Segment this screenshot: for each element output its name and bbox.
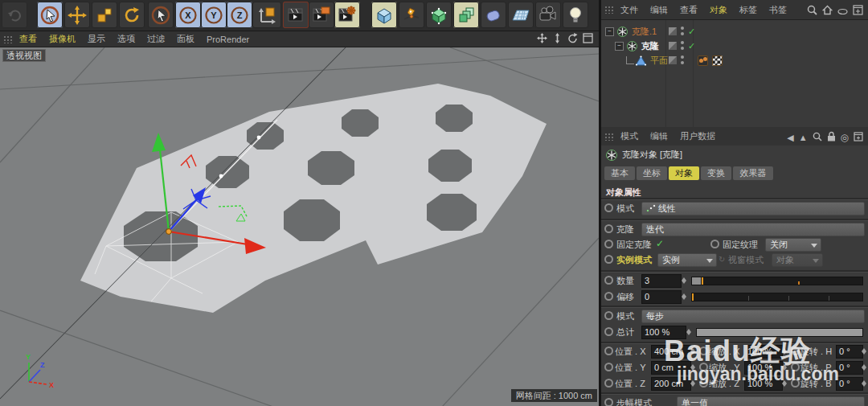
render-picture-viewer-button[interactable] bbox=[309, 2, 334, 28]
stepper-icon[interactable] bbox=[781, 362, 788, 373]
search-icon[interactable] bbox=[807, 4, 817, 18]
key-circle-icon[interactable] bbox=[604, 292, 613, 301]
scale-y-field[interactable]: 100 % bbox=[744, 361, 783, 375]
menu-camera[interactable]: 摄像机 bbox=[49, 33, 76, 45]
move-tool-button[interactable] bbox=[64, 2, 90, 28]
maximize-view-icon[interactable] bbox=[582, 32, 594, 44]
pos-x-field[interactable]: 400 cm bbox=[651, 345, 691, 359]
am-menu-userdata[interactable]: 用户数据 bbox=[680, 130, 715, 142]
generators-button[interactable] bbox=[426, 2, 452, 28]
scale-z-field[interactable]: 100 % bbox=[744, 377, 783, 391]
key-circle-icon[interactable] bbox=[604, 363, 613, 371]
rot-h-field[interactable]: 0 ° bbox=[836, 345, 863, 359]
offset-slider[interactable] bbox=[691, 293, 863, 301]
back-icon[interactable]: ◀ bbox=[787, 133, 793, 143]
stepper-icon[interactable] bbox=[861, 362, 867, 373]
camera-button[interactable] bbox=[535, 2, 561, 28]
clones-dropdown[interactable]: 迭代 bbox=[641, 223, 865, 236]
object-name[interactable]: 平面 bbox=[650, 55, 668, 67]
fix-clone-checkbox[interactable]: ✓ bbox=[656, 238, 664, 249]
am-menu-mode[interactable]: 模式 bbox=[620, 130, 638, 142]
eye-icon[interactable] bbox=[837, 4, 848, 18]
count-field[interactable]: 3 bbox=[641, 274, 682, 288]
key-circle-icon[interactable] bbox=[699, 347, 708, 355]
viewport-3d[interactable]: Y Z X 透视视图 网格间距 : 1000 cm bbox=[0, 47, 599, 406]
am-menu-edit[interactable]: 编辑 bbox=[650, 130, 668, 142]
lock-icon[interactable] bbox=[827, 130, 836, 145]
deformers-button[interactable] bbox=[481, 2, 506, 28]
key-circle-icon[interactable] bbox=[604, 347, 613, 355]
cloned-plane[interactable] bbox=[80, 84, 547, 313]
step-mode-dropdown[interactable]: 每步 bbox=[641, 310, 865, 323]
visibility-dots-icon[interactable] bbox=[681, 55, 684, 65]
pos-z-field[interactable]: 200 cm bbox=[651, 377, 691, 391]
phong-tag-icon[interactable] bbox=[698, 55, 708, 66]
step-value-dropdown[interactable]: 单一值 bbox=[677, 396, 865, 406]
floor-environment-button[interactable] bbox=[508, 2, 534, 28]
render-settings-button[interactable] bbox=[334, 2, 360, 28]
fix-texture-dropdown[interactable]: 关闭 bbox=[765, 238, 821, 252]
menu-filter[interactable]: 过滤 bbox=[147, 33, 165, 45]
selection-tool-button[interactable] bbox=[148, 2, 174, 28]
tab-object[interactable]: 对象 bbox=[669, 166, 699, 180]
home-icon[interactable] bbox=[822, 4, 833, 18]
object-name[interactable]: 克隆.1 bbox=[632, 26, 657, 38]
enabled-check-icon[interactable]: ✓ bbox=[688, 41, 695, 51]
render-view-button[interactable] bbox=[283, 2, 309, 28]
stepper-icon[interactable] bbox=[690, 362, 696, 373]
key-circle-icon[interactable] bbox=[604, 311, 613, 320]
stepper-icon[interactable] bbox=[781, 346, 788, 357]
object-row-cloner1[interactable]: − 克隆.1 ✓ bbox=[601, 24, 868, 39]
tab-transform[interactable]: 变换 bbox=[701, 166, 731, 180]
rotate-view-icon[interactable] bbox=[567, 32, 579, 44]
key-circle-icon[interactable] bbox=[791, 363, 800, 371]
key-circle-icon[interactable] bbox=[791, 379, 800, 388]
tab-effectors[interactable]: 效果器 bbox=[733, 166, 773, 180]
instance-mode-dropdown[interactable]: 实例 bbox=[657, 253, 717, 267]
key-circle-icon[interactable] bbox=[604, 203, 613, 212]
key-circle-icon[interactable] bbox=[604, 276, 613, 285]
panel-add-icon[interactable] bbox=[853, 4, 863, 18]
texture-tag-icon[interactable] bbox=[712, 55, 723, 66]
visibility-dots-icon[interactable] bbox=[681, 41, 684, 51]
menu-display[interactable]: 显示 bbox=[88, 33, 105, 45]
axis-y-lock-button[interactable]: Y bbox=[201, 2, 227, 28]
stepper-icon[interactable] bbox=[681, 275, 687, 286]
key-circle-icon[interactable] bbox=[710, 240, 719, 248]
om-menu-bookmarks[interactable]: 书签 bbox=[769, 4, 787, 16]
rot-b-field[interactable]: 0 ° bbox=[836, 377, 863, 391]
key-circle-icon[interactable] bbox=[604, 224, 613, 233]
rot-p-field[interactable]: 0 ° bbox=[836, 361, 863, 375]
coordinate-system-button[interactable] bbox=[252, 2, 281, 28]
menu-grip-icon[interactable] bbox=[604, 133, 614, 141]
layer-icon[interactable] bbox=[669, 27, 677, 35]
key-circle-icon[interactable] bbox=[604, 327, 613, 336]
render-mode-dropdown[interactable]: 对象 bbox=[772, 253, 823, 267]
primitive-cube-button[interactable] bbox=[371, 2, 397, 28]
layer-icon[interactable] bbox=[669, 56, 677, 64]
axis-z-lock-button[interactable]: Z bbox=[227, 2, 252, 28]
stepper-icon[interactable] bbox=[686, 326, 692, 338]
offset-field[interactable]: 0 bbox=[641, 290, 682, 304]
stepper-icon[interactable] bbox=[781, 378, 788, 389]
total-field[interactable]: 100 % bbox=[641, 326, 686, 339]
om-menu-edit[interactable]: 编辑 bbox=[650, 4, 668, 16]
object-row-plane[interactable]: 平面 bbox=[601, 53, 868, 68]
menu-panel[interactable]: 面板 bbox=[177, 33, 194, 45]
scale-x-field[interactable]: 100 % bbox=[744, 345, 783, 359]
panel-add-icon[interactable] bbox=[854, 130, 863, 145]
menu-grip-icon[interactable] bbox=[3, 35, 13, 43]
expand-icon[interactable]: − bbox=[605, 27, 614, 36]
undo-icon[interactable] bbox=[2, 2, 27, 28]
enabled-check-icon[interactable]: ✓ bbox=[688, 27, 695, 37]
tab-basic[interactable]: 基本 bbox=[604, 166, 635, 180]
om-menu-objects[interactable]: 对象 bbox=[710, 4, 727, 16]
key-circle-icon[interactable] bbox=[699, 379, 708, 388]
key-circle-icon[interactable] bbox=[604, 398, 613, 406]
key-circle-icon[interactable] bbox=[604, 255, 613, 264]
object-name[interactable]: 克隆 bbox=[641, 40, 659, 52]
array-clones-button[interactable] bbox=[453, 2, 479, 28]
om-menu-tags[interactable]: 标签 bbox=[739, 4, 757, 16]
slider-handle[interactable] bbox=[692, 277, 701, 285]
om-menu-file[interactable]: 文件 bbox=[620, 4, 638, 16]
